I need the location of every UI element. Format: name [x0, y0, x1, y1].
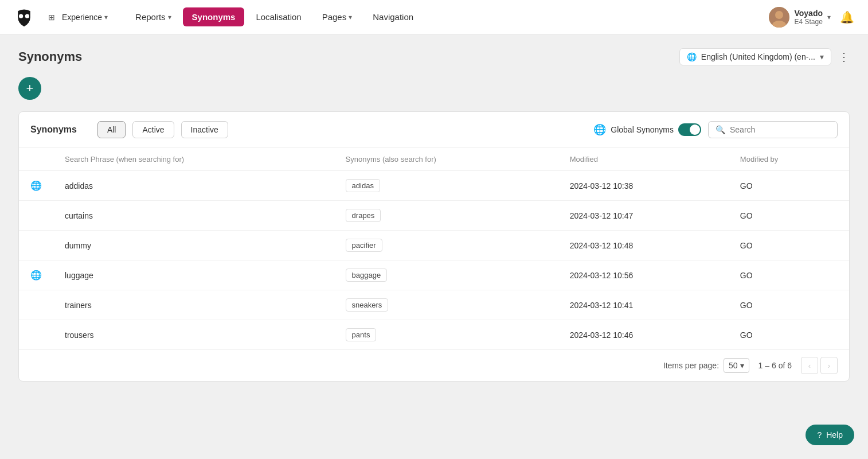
page-content: Synonyms 🌐 English (United Kingdom) (en-… [0, 34, 868, 395]
th-modified: Modified [558, 148, 729, 171]
row-global-icon: 🌐 [19, 171, 53, 201]
nav-links: Reports ▾ Synonyms Localisation Pages ▾ … [126, 7, 764, 26]
row-modified: 2024-03-12 10:38 [558, 171, 729, 201]
next-page-button[interactable]: › [820, 357, 838, 374]
row-modified-by: GO [729, 320, 849, 350]
search-input[interactable] [730, 125, 830, 134]
nav-item-reports[interactable]: Reports ▾ [126, 7, 181, 26]
table-row: 🌐 addidas adidas 2024-03-12 10:38 GO [19, 171, 849, 201]
th-modified-by: Modified by [729, 148, 849, 171]
th-synonyms: Synonyms (also search for) [334, 148, 558, 171]
table-toolbar: Synonyms All Active Inactive 🌐 Global Sy… [19, 112, 849, 148]
synonyms-table-card: Synonyms All Active Inactive 🌐 Global Sy… [18, 111, 850, 382]
row-global-icon [19, 290, 53, 320]
toggle-knob [690, 125, 700, 135]
row-modified: 2024-03-12 10:48 [558, 231, 729, 260]
row-modified: 2024-03-12 10:46 [558, 320, 729, 350]
filter-all-button[interactable]: All [97, 121, 126, 138]
row-global-icon [19, 320, 53, 350]
row-search-phrase: curtains [53, 201, 334, 231]
pagination: Items per page: 50 ▾ 1 – 6 of 6 ‹ › [19, 349, 849, 381]
globe-icon: 🌐 [687, 52, 697, 61]
more-options-icon[interactable]: ⋮ [838, 50, 850, 64]
row-modified-by: GO [729, 260, 849, 290]
table-row: dummy pacifier 2024-03-12 10:48 GO [19, 231, 849, 260]
row-synonym: adidas [334, 171, 558, 201]
row-synonym: sneakers [334, 290, 558, 320]
chevron-down-icon: ▾ [827, 13, 831, 21]
notification-bell-icon[interactable]: 🔔 [840, 10, 854, 24]
row-global-icon: 🌐 [19, 260, 53, 290]
row-synonym: drapes [334, 201, 558, 231]
row-modified: 2024-03-12 10:56 [558, 260, 729, 290]
row-modified: 2024-03-12 10:41 [558, 290, 729, 320]
page-header: Synonyms 🌐 English (United Kingdom) (en-… [18, 48, 850, 65]
globe-icon: 🌐 [593, 123, 606, 136]
page-navigation: ‹ › [801, 357, 838, 374]
row-synonym: pants [334, 320, 558, 350]
row-synonym: baggage [334, 260, 558, 290]
chevron-down-icon: ▾ [104, 13, 108, 21]
items-per-page: Items per page: 50 ▾ [663, 358, 749, 373]
nav-right: Voyado E4 Stage ▾ 🔔 [769, 7, 854, 28]
nav-item-navigation[interactable]: Navigation [363, 7, 423, 26]
row-modified-by: GO [729, 201, 849, 231]
row-global-icon [19, 201, 53, 231]
navbar: ⊞ Experience ▾ Reports ▾ Synonyms Locali… [0, 0, 868, 34]
user-menu[interactable]: Voyado E4 Stage ▾ [769, 7, 831, 28]
table-row: 🌐 luggage baggage 2024-03-12 10:56 GO [19, 260, 849, 290]
add-synonym-button[interactable]: + [18, 77, 41, 100]
language-selector[interactable]: 🌐 English (United Kingdom) (en-... ▾ [679, 48, 831, 65]
row-global-icon [19, 231, 53, 260]
svg-point-1 [25, 14, 29, 18]
row-synonym: pacifier [334, 231, 558, 260]
global-synonyms-control: 🌐 Global Synonyms [593, 123, 701, 136]
row-search-phrase: luggage [53, 260, 334, 290]
chevron-down-icon: ▾ [168, 13, 171, 21]
per-page-select[interactable]: 50 ▾ [724, 358, 749, 373]
avatar [769, 7, 789, 28]
user-info: Voyado E4 Stage [794, 9, 823, 26]
experience-menu[interactable]: Experience ▾ [62, 13, 108, 22]
page-header-right: 🌐 English (United Kingdom) (en-... ▾ ⋮ [679, 48, 850, 65]
svg-point-0 [19, 14, 23, 18]
page-title: Synonyms [18, 49, 82, 64]
prev-page-button[interactable]: ‹ [801, 357, 818, 374]
nav-item-localisation[interactable]: Localisation [247, 7, 310, 26]
table-header-row: Search Phrase (when searching for) Synon… [19, 148, 849, 171]
table-row: curtains drapes 2024-03-12 10:47 GO [19, 201, 849, 231]
row-search-phrase: trainers [53, 290, 334, 320]
filter-inactive-button[interactable]: Inactive [181, 121, 228, 138]
row-modified-by: GO [729, 231, 849, 260]
row-modified: 2024-03-12 10:47 [558, 201, 729, 231]
search-box[interactable]: 🔍 [708, 121, 838, 138]
svg-point-3 [775, 11, 783, 19]
page-info: 1 – 6 of 6 [758, 361, 792, 370]
row-modified-by: GO [729, 290, 849, 320]
nav-item-synonyms[interactable]: Synonyms [183, 7, 245, 26]
row-search-phrase: addidas [53, 171, 334, 201]
nav-item-pages[interactable]: Pages ▾ [313, 7, 362, 26]
row-modified-by: GO [729, 171, 849, 201]
table-row: trainers sneakers 2024-03-12 10:41 GO [19, 290, 849, 320]
chevron-down-icon: ▾ [740, 361, 744, 370]
chevron-down-icon: ▾ [349, 13, 352, 21]
filter-active-button[interactable]: Active [132, 121, 174, 138]
table-row: trousers pants 2024-03-12 10:46 GO [19, 320, 849, 350]
row-search-phrase: dummy [53, 231, 334, 260]
chevron-down-icon: ▾ [820, 52, 824, 61]
grid-icon[interactable]: ⊞ [48, 13, 55, 22]
th-search-phrase: Search Phrase (when searching for) [53, 148, 334, 171]
table-title: Synonyms [30, 125, 77, 135]
row-search-phrase: trousers [53, 320, 334, 350]
search-icon: 🔍 [715, 125, 725, 134]
synonyms-table: Search Phrase (when searching for) Synon… [19, 148, 849, 349]
th-icon [19, 148, 53, 171]
global-synonyms-toggle[interactable] [678, 123, 701, 136]
logo[interactable] [14, 7, 34, 28]
